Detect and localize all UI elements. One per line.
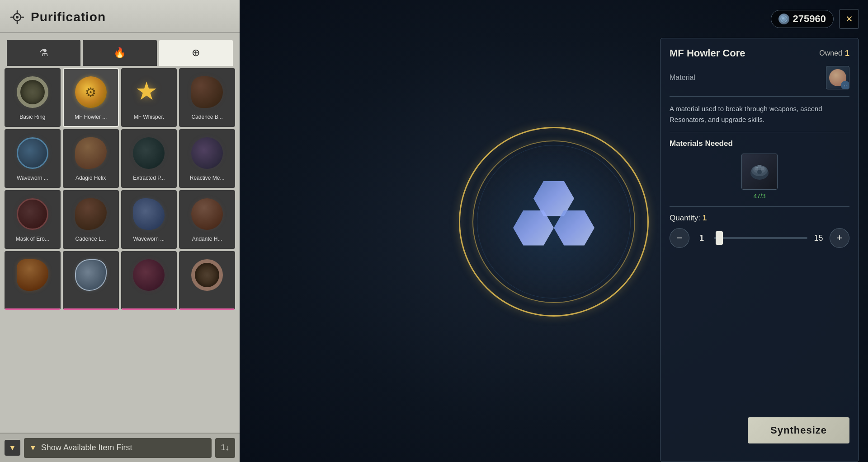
item-fire[interactable]: [5, 251, 61, 310]
item-cadence-l[interactable]: Cadence L...: [63, 190, 119, 249]
detail-card: MF Howler Core Owned 1 Material ↔ A mate…: [660, 38, 859, 462]
mf-howler-label: MF Howler ...: [75, 114, 107, 120]
basic-ring-label: Basic Ring: [19, 114, 45, 120]
sort-toggle[interactable]: ▼: [5, 440, 20, 456]
waveworn2-thumb: [130, 195, 168, 233]
mask-label: Mask of Ero...: [16, 236, 49, 242]
currency-icon: [778, 14, 789, 24]
quantity-slider-row: − 1 15 +: [670, 228, 849, 248]
materials-section: Materials Needed 47/3: [670, 132, 849, 200]
item-waveworn2[interactable]: Waveworn ...: [121, 190, 177, 249]
material-count: 47/3: [753, 192, 765, 200]
bottom-bar: ▼ ▼ Show Available Item First 1↓: [0, 433, 240, 462]
hex-group: [509, 177, 599, 267]
owned-badge: Owned 1: [819, 49, 849, 58]
extracted-label: Extracted P...: [133, 175, 165, 181]
currency-amount: 275960: [793, 13, 826, 25]
quantity-current: 1: [695, 233, 708, 243]
iridescent-thumb: [71, 256, 110, 294]
extracted-thumb: [130, 134, 168, 172]
svg-point-13: [761, 167, 764, 170]
waveworn2-label: Waveworn ...: [133, 236, 165, 242]
basic-ring-thumb: [13, 73, 52, 111]
tab-flame[interactable]: 🔥: [83, 40, 156, 66]
owned-label: Owned: [819, 49, 842, 57]
material-thumb: [741, 154, 778, 190]
currency-badge: 275960: [771, 10, 834, 28]
show-available-chevron: ▼: [29, 444, 37, 452]
item-redmask[interactable]: [121, 251, 177, 310]
andante-thumb: [188, 195, 226, 233]
material-count-value: 47/3: [753, 192, 765, 200]
mask-thumb: [13, 195, 52, 233]
mf-whisper-thumb: ★: [130, 73, 168, 111]
currency-bar: 275960 ✕: [660, 9, 859, 29]
adagio-label: Adagio Helix: [75, 175, 106, 181]
show-available-button[interactable]: ▼ Show Available Item First: [24, 438, 212, 458]
cadence-b-label: Cadence B...: [191, 114, 222, 120]
character-avatar[interactable]: ↔: [826, 66, 849, 89]
detail-item-name: MF Howler Core: [670, 47, 745, 59]
svg-point-8: [782, 18, 783, 19]
cadence-l-label: Cadence L...: [75, 236, 106, 242]
show-available-text: Show Available Item First: [41, 443, 132, 453]
item-mf-whisper[interactable]: ★ MF Whisper.: [121, 68, 177, 127]
quantity-decrease-button[interactable]: −: [670, 228, 689, 248]
close-button[interactable]: ✕: [839, 9, 859, 29]
waveworn-thumb: [13, 134, 52, 172]
tab-target[interactable]: ⊕: [159, 40, 233, 66]
spacer: [670, 255, 849, 404]
waveworn-label: Waveworn ...: [17, 175, 48, 181]
detail-type-row: Material ↔: [670, 66, 849, 89]
quantity-increase-button[interactable]: +: [830, 228, 849, 248]
item-waveworn[interactable]: Waveworn ...: [5, 129, 61, 188]
quantity-slider-thumb: [716, 231, 723, 245]
andante-label: Andante H...: [192, 236, 222, 242]
purification-icon: [9, 9, 25, 25]
synthesize-button[interactable]: Synthesize: [748, 417, 849, 443]
detail-description: A material used to break through weapons…: [670, 96, 849, 125]
panel-header: Purification: [0, 0, 240, 33]
ring2-thumb: [188, 256, 226, 294]
item-ring2[interactable]: [179, 251, 235, 310]
left-panel: Purification ⚗ 🔥 ⊕ Basic Ring MF Howler …: [0, 0, 240, 462]
materials-title: Materials Needed: [670, 139, 849, 148]
cadence-l-thumb: [71, 195, 110, 233]
quantity-label: Quantity: 1: [670, 214, 849, 223]
fire-thumb: [13, 256, 52, 294]
synthesize-row: Synthesize: [670, 411, 849, 453]
reactive-thumb: [188, 134, 226, 172]
svg-point-15: [757, 170, 762, 174]
adagio-thumb: [71, 134, 110, 172]
item-cadence-b[interactable]: Cadence B...: [179, 68, 235, 127]
detail-header: MF Howler Core Owned 1: [670, 47, 849, 59]
reactive-label: Reactive Me...: [190, 175, 225, 181]
item-andante[interactable]: Andante H...: [179, 190, 235, 249]
quantity-section: Quantity: 1 − 1 15 +: [670, 206, 849, 248]
owned-count: 1: [845, 49, 849, 58]
item-iridescent[interactable]: [63, 251, 119, 310]
item-reactive[interactable]: Reactive Me...: [179, 129, 235, 188]
tab-flask[interactable]: ⚗: [7, 40, 80, 66]
panel-title: Purification: [31, 10, 106, 24]
close-icon: ✕: [845, 14, 853, 24]
svg-point-16: [756, 167, 758, 168]
item-grid-area: Basic Ring MF Howler ... ★ MF Whisper. C…: [0, 66, 240, 433]
quantity-max: 15: [813, 233, 824, 243]
item-basic-ring[interactable]: Basic Ring: [5, 68, 61, 127]
material-item: 47/3: [670, 154, 849, 200]
item-grid: Basic Ring MF Howler ... ★ MF Whisper. C…: [5, 68, 235, 310]
quantity-slider[interactable]: [714, 237, 807, 239]
chevron-down-icon: ▼: [9, 444, 16, 452]
svg-point-14: [758, 165, 761, 168]
mf-howler-thumb: [71, 73, 110, 111]
tab-bar: ⚗ 🔥 ⊕: [0, 33, 240, 66]
item-mask[interactable]: Mask of Ero...: [5, 190, 61, 249]
item-mf-howler[interactable]: MF Howler ...: [63, 68, 119, 127]
quantity-value: 1: [703, 214, 707, 222]
svg-point-1: [16, 16, 19, 19]
item-adagio[interactable]: Adagio Helix: [63, 129, 119, 188]
item-extracted[interactable]: Extracted P...: [121, 129, 177, 188]
mf-whisper-label: MF Whisper.: [134, 114, 164, 120]
sort-number[interactable]: 1↓: [215, 438, 235, 458]
